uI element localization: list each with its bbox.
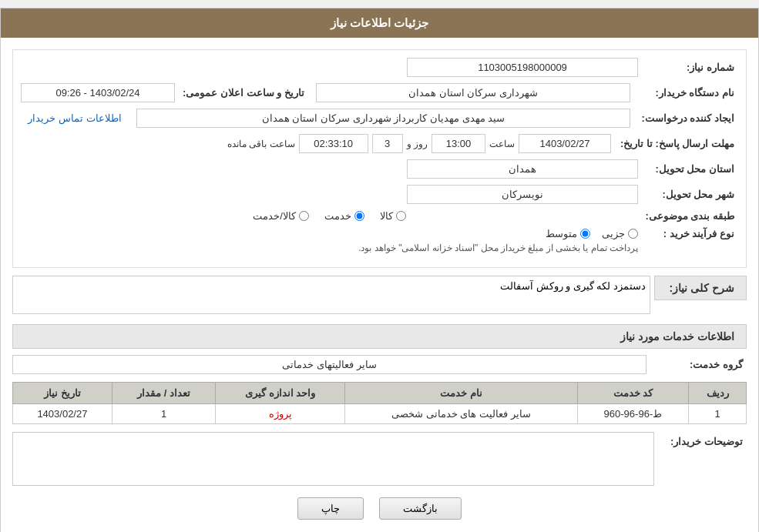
tabaqe-radio-group: کالا خدمت کالا/خدمت xyxy=(21,210,638,222)
radio-kala-input[interactable] xyxy=(396,211,406,221)
tarikh-dastgah-row: نام دستگاه خریدار: شهرداری سرکان استان ه… xyxy=(21,83,738,102)
col-kod: کد خدمت xyxy=(577,383,689,404)
ijad-konande-row: ایجاد کننده درخواست: سید مهدی مهدیان کار… xyxy=(21,109,738,128)
buyer-desc-label: توضیحات خریدار: xyxy=(654,432,747,447)
tabaqe-row: طبقه بندی موضوعی: کالا خدمت کالا/خدمت xyxy=(21,210,738,222)
radio-jozyi-label: جزیی xyxy=(602,228,625,239)
cell-tarikhNiaz: 1403/02/27 xyxy=(13,404,113,424)
farayand-label: نوع فرآیند خرید : xyxy=(638,228,738,239)
sharh-kolli-row: شرح کلی نیاز: دستمزد لکه گیری و روکش آسف… xyxy=(12,276,747,316)
radio-motovaset-input[interactable] xyxy=(580,229,590,239)
ostan-value: همدان xyxy=(407,159,638,179)
table-head: ردیف کد خدمت نام خدمت واحد اندازه گیری ت… xyxy=(13,383,747,404)
col-radif: ردیف xyxy=(689,383,747,404)
tarikh-value: 1403/02/24 - 09:26 xyxy=(21,83,175,102)
shahr-value: نویسرکان xyxy=(407,185,638,204)
cell-vahed: پروژه xyxy=(216,404,345,424)
farayand-content: جزیی متوسط پرداخت تمام یا بخشی از مبلغ خ… xyxy=(21,228,638,253)
cell-namKhadamat: سایر فعالیت های خدماتی شخصی xyxy=(345,404,577,424)
cell-kodKhadamat: ط-96-96-960 xyxy=(577,404,689,424)
grohe-khadamat-label: گروه خدمت: xyxy=(646,359,747,370)
baghi-mandeh-label: ساعت باقی مانده xyxy=(227,139,295,149)
grohe-khadamat-value: سایر فعالیتهای خدماتی xyxy=(12,355,646,374)
shomare-niaz-value: 1103005198000009 xyxy=(407,58,638,77)
khadamat-table: ردیف کد خدمت نام خدمت واحد اندازه گیری ت… xyxy=(12,382,747,424)
buyer-desc-textarea[interactable] xyxy=(12,432,654,486)
page-title: جزئیات اطلاعات نیاز xyxy=(331,16,428,29)
cell-radif: 1 xyxy=(689,404,747,424)
col-tedad: تعداد / مقدار xyxy=(112,383,215,404)
table-row: 1ط-96-96-960سایر فعالیت های خدماتی شخصیپ… xyxy=(13,404,747,424)
col-nam: نام خدمت xyxy=(345,383,577,404)
table-body: 1ط-96-96-960سایر فعالیت های خدماتی شخصیپ… xyxy=(13,404,747,424)
tabaqe-label: طبقه بندی موضوعی: xyxy=(638,210,738,222)
radio-motovaset-item[interactable]: متوسط xyxy=(546,228,590,239)
col-tarikh: تاریخ نیاز xyxy=(13,383,113,404)
shomare-niaz-row: شماره نیاز: 1103005198000009 xyxy=(21,58,738,77)
baghi-mandeh-value: 02:33:10 xyxy=(299,134,368,153)
radio-jozyi-item[interactable]: جزیی xyxy=(602,228,638,239)
saat-label: ساعت xyxy=(489,139,515,149)
date-value: 1403/02/27 xyxy=(519,134,611,153)
roz-value: 3 xyxy=(372,134,403,153)
radio-kala-label: کالا xyxy=(380,210,393,222)
button-row: بازگشت چاپ xyxy=(12,497,747,527)
nam-dastgah-label: نام دستگاه خریدار: xyxy=(638,87,738,99)
sharh-kolli-content: دستمزد لکه گیری و روکش آسفالت xyxy=(12,276,650,316)
farayand-row: نوع فرآیند خرید : جزیی متوسط پرداخت تمام… xyxy=(21,228,738,253)
cell-tedad: 1 xyxy=(112,404,215,424)
farayand-text: پرداخت تمام یا بخشی از مبلغ خریداز محل "… xyxy=(21,243,638,253)
sharh-kolli-textarea[interactable] xyxy=(12,276,650,314)
ostan-label: استان محل تحویل: xyxy=(638,163,738,175)
mohlat-label: مهلت ارسال پاسخ: تا تاریخ: xyxy=(615,138,738,149)
shomare-niaz-label: شماره نیاز: xyxy=(638,62,738,73)
khadamat-section-header: اطلاعات خدمات مورد نیاز xyxy=(12,324,747,349)
shahr-label: شهر محل تحویل: xyxy=(638,189,738,200)
radio-jozyi-input[interactable] xyxy=(628,229,638,239)
nam-dastgah-value: شهرداری سرکان استان همدان xyxy=(316,83,630,102)
sharh-kolli-label: شرح کلی نیاز: xyxy=(654,276,747,300)
radio-kala-khadamat-input[interactable] xyxy=(299,211,309,221)
ostan-row: استان محل تحویل: همدان xyxy=(21,159,738,179)
shahr-row: شهر محل تحویل: نویسرکان xyxy=(21,185,738,204)
tarikh-label: تاریخ و ساعت اعلان عمومی: xyxy=(183,87,308,99)
page-header: جزئیات اطلاعات نیاز xyxy=(1,8,758,38)
buyer-desc-row: توضیحات خریدار: xyxy=(12,432,747,486)
page-container: جزئیات اطلاعات نیاز شماره نیاز: 11030051… xyxy=(0,8,759,532)
content: شماره نیاز: 1103005198000009 نام دستگاه … xyxy=(1,38,758,532)
ittela-tamas-link[interactable]: اطلاعات تماس خریدار xyxy=(21,109,129,128)
radio-motovaset-label: متوسط xyxy=(546,228,577,239)
radio-khadamat-input[interactable] xyxy=(354,211,364,221)
back-button[interactable]: بازگشت xyxy=(379,497,462,520)
saat-value: 13:00 xyxy=(432,134,485,153)
radio-khadamat-item[interactable]: خدمت xyxy=(324,210,364,222)
main-info-section: شماره نیاز: 1103005198000009 نام دستگاه … xyxy=(12,49,747,268)
mohlat-row: مهلت ارسال پاسخ: تا تاریخ: 1403/02/27 سا… xyxy=(21,134,738,153)
grohe-khadamat-row: گروه خدمت: سایر فعالیتهای خدماتی xyxy=(12,355,747,374)
radio-kala-item[interactable]: کالا xyxy=(380,210,406,222)
print-button[interactable]: چاپ xyxy=(297,497,364,520)
radio-kala-khadamat-label: کالا/خدمت xyxy=(253,210,296,222)
ijad-konande-label: ایجاد کننده درخواست: xyxy=(638,112,738,124)
col-vahed: واحد اندازه گیری xyxy=(216,383,345,404)
table-header-row: ردیف کد خدمت نام خدمت واحد اندازه گیری ت… xyxy=(13,383,747,404)
ijad-konande-value: سید مهدی مهدیان کاربرداز شهرداری سرکان ا… xyxy=(136,109,630,128)
roz-label: روز و xyxy=(407,139,428,149)
radio-khadamat-label: خدمت xyxy=(324,210,351,222)
radio-kala-khadamat-item[interactable]: کالا/خدمت xyxy=(253,210,309,222)
farayand-radio-group: جزیی متوسط xyxy=(21,228,638,239)
